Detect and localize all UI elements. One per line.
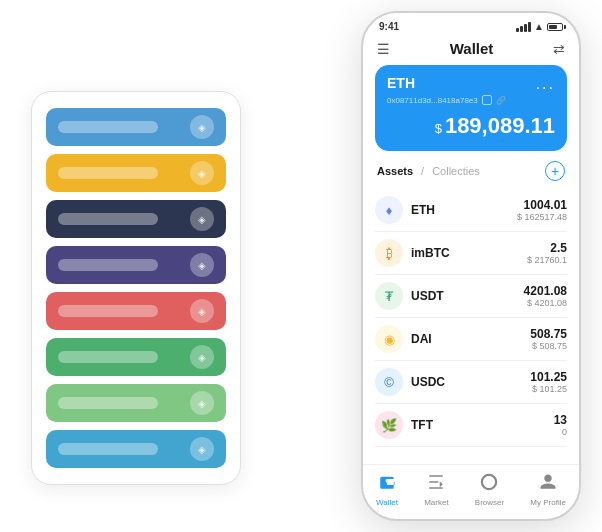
add-asset-button[interactable]: +	[545, 161, 565, 181]
nav-item-wallet[interactable]: Wallet	[376, 473, 398, 507]
asset-usd: $ 101.25	[530, 384, 567, 394]
nav-browser-icon	[480, 473, 498, 496]
asset-values: 2.5 $ 21760.1	[527, 241, 567, 265]
asset-list-item[interactable]: 🌿 TFT 13 0	[375, 404, 567, 447]
asset-amount: 1004.01	[517, 198, 567, 212]
nav-market-label: Market	[424, 498, 448, 507]
asset-usd: 0	[554, 427, 567, 437]
status-bar: 9:41 ▲	[363, 13, 579, 36]
asset-name: DAI	[411, 332, 530, 346]
asset-amount: 4201.08	[524, 284, 567, 298]
asset-usd: $ 4201.08	[524, 298, 567, 308]
status-icons: ▲	[516, 21, 563, 32]
asset-list-item[interactable]: ₿ imBTC 2.5 $ 21760.1	[375, 232, 567, 275]
asset-name: imBTC	[411, 246, 527, 260]
signal-bars-icon	[516, 22, 531, 32]
scan-icon[interactable]: ⇄	[553, 41, 565, 57]
nav-my-profile-label: My Profile	[530, 498, 566, 507]
wallet-card-item[interactable]: ◈	[46, 200, 226, 238]
asset-amount: 2.5	[527, 241, 567, 255]
asset-values: 1004.01 $ 162517.48	[517, 198, 567, 222]
wallet-card-item[interactable]: ◈	[46, 246, 226, 284]
card-item-icon: ◈	[190, 437, 214, 461]
eth-card[interactable]: ETH ... 0x08711d3d...8418a78e3 🔗 $189,08…	[375, 65, 567, 151]
copy-address-icon[interactable]	[482, 95, 492, 105]
nav-wallet-icon	[378, 473, 396, 496]
nav-browser-label: Browser	[475, 498, 504, 507]
asset-usd: $ 162517.48	[517, 212, 567, 222]
asset-amount: 101.25	[530, 370, 567, 384]
asset-list-item[interactable]: ₮ USDT 4201.08 $ 4201.08	[375, 275, 567, 318]
nav-my-profile-icon	[539, 473, 557, 496]
eth-icon: ♦	[375, 196, 403, 224]
nav-wallet-label: Wallet	[376, 498, 398, 507]
wallet-card-item[interactable]: ◈	[46, 430, 226, 468]
time-display: 9:41	[379, 21, 399, 32]
asset-name: TFT	[411, 418, 554, 432]
nav-market-icon	[427, 473, 445, 496]
wallet-card-item[interactable]: ◈	[46, 384, 226, 422]
nav-item-browser[interactable]: Browser	[475, 473, 504, 507]
menu-icon[interactable]: ☰	[377, 41, 390, 57]
card-item-bar	[58, 259, 158, 271]
card-item-icon: ◈	[190, 345, 214, 369]
usdt-icon: ₮	[375, 282, 403, 310]
asset-values: 13 0	[554, 413, 567, 437]
eth-address: 0x08711d3d...8418a78e3 🔗	[387, 95, 555, 105]
assets-tabs: Assets / Collecties	[377, 165, 480, 177]
scene: ◈◈◈◈◈◈◈◈ 9:41 ▲ ☰ Wallet ⇄	[11, 11, 591, 521]
card-item-icon: ◈	[190, 115, 214, 139]
nav-item-my-profile[interactable]: My Profile	[530, 473, 566, 507]
card-item-bar	[58, 305, 158, 317]
asset-values: 101.25 $ 101.25	[530, 370, 567, 394]
usdc-icon: ©	[375, 368, 403, 396]
card-item-bar	[58, 213, 158, 225]
card-item-icon: ◈	[190, 253, 214, 277]
card-item-bar	[58, 351, 158, 363]
asset-values: 4201.08 $ 4201.08	[524, 284, 567, 308]
asset-name: ETH	[411, 203, 517, 217]
card-item-bar	[58, 121, 158, 133]
tab-assets[interactable]: Assets	[377, 165, 413, 177]
asset-usd: $ 508.75	[530, 341, 567, 351]
eth-card-header: ETH ...	[387, 75, 555, 93]
wallet-card-item[interactable]: ◈	[46, 292, 226, 330]
wallet-card-item[interactable]: ◈	[46, 338, 226, 376]
eth-card-menu[interactable]: ...	[536, 75, 555, 93]
tab-collecties[interactable]: Collecties	[432, 165, 480, 177]
wallet-card-item[interactable]: ◈	[46, 108, 226, 146]
dai-icon: ◉	[375, 325, 403, 353]
eth-balance: $189,089.11	[387, 113, 555, 139]
card-item-icon: ◈	[190, 391, 214, 415]
asset-values: 508.75 $ 508.75	[530, 327, 567, 351]
asset-list: ♦ ETH 1004.01 $ 162517.48 ₿ imBTC 2.5 $ …	[363, 189, 579, 464]
card-item-bar	[58, 443, 158, 455]
wifi-icon: ▲	[534, 21, 544, 32]
nav-item-market[interactable]: Market	[424, 473, 448, 507]
eth-card-label: ETH	[387, 75, 415, 91]
asset-usd: $ 21760.1	[527, 255, 567, 265]
card-item-icon: ◈	[190, 161, 214, 185]
battery-icon	[547, 23, 563, 31]
wallet-card-item[interactable]: ◈	[46, 154, 226, 192]
asset-list-item[interactable]: ♦ ETH 1004.01 $ 162517.48	[375, 189, 567, 232]
bottom-nav: WalletMarketBrowserMy Profile	[363, 464, 579, 519]
card-item-icon: ◈	[190, 299, 214, 323]
phone-mockup: 9:41 ▲ ☰ Wallet ⇄ ETH	[361, 11, 581, 521]
imbtc-icon: ₿	[375, 239, 403, 267]
asset-amount: 508.75	[530, 327, 567, 341]
card-item-bar	[58, 167, 158, 179]
card-item-bar	[58, 397, 158, 409]
asset-list-item[interactable]: ◉ DAI 508.75 $ 508.75	[375, 318, 567, 361]
asset-amount: 13	[554, 413, 567, 427]
card-stack: ◈◈◈◈◈◈◈◈	[31, 91, 241, 485]
phone-header: ☰ Wallet ⇄	[363, 36, 579, 65]
assets-header: Assets / Collecties +	[363, 161, 579, 189]
card-item-icon: ◈	[190, 207, 214, 231]
page-title: Wallet	[450, 40, 494, 57]
asset-list-item[interactable]: © USDC 101.25 $ 101.25	[375, 361, 567, 404]
tft-icon: 🌿	[375, 411, 403, 439]
asset-name: USDT	[411, 289, 524, 303]
asset-name: USDC	[411, 375, 530, 389]
tab-divider: /	[421, 165, 424, 177]
